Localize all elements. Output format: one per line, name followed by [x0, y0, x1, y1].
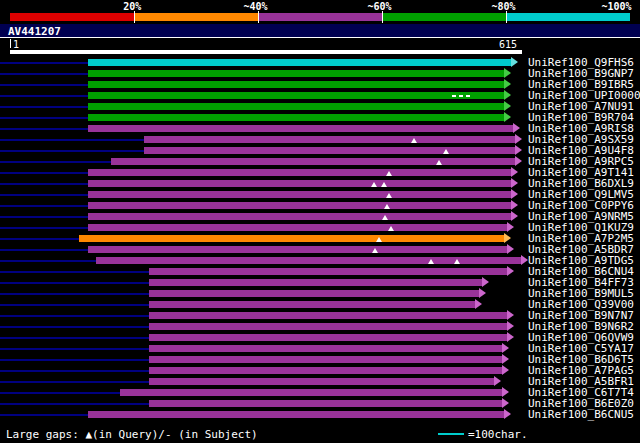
alignment-arrowhead-icon [511, 189, 518, 199]
row-leader-line [0, 183, 88, 185]
row-leader-line [0, 62, 88, 64]
row-leader-line [0, 304, 149, 306]
subject-gap-marker-icon [466, 95, 470, 97]
alignment-bar [88, 81, 505, 88]
query-gap-marker-icon [436, 160, 442, 165]
identity-legend-tick [382, 11, 383, 23]
alignment-arrowhead-icon [504, 112, 511, 122]
alignment-arrowhead-icon [502, 387, 509, 397]
alignment-bar [79, 235, 504, 242]
identity-legend-segment-1 [10, 13, 134, 21]
row-leader-line [0, 282, 149, 284]
query-gap-marker-icon [411, 138, 417, 143]
alignment-arrowhead-icon [502, 354, 509, 364]
row-leader-line [0, 161, 111, 163]
row-leader-line [0, 271, 149, 273]
divider-line [0, 37, 640, 38]
alignment-arrowhead-icon [494, 376, 501, 386]
alignment-bar [120, 389, 502, 396]
identity-legend-label-80: ~80% [492, 1, 516, 12]
query-gap-marker-icon [384, 204, 390, 209]
query-gap-marker-icon [443, 149, 449, 154]
row-leader-line [0, 249, 88, 251]
identity-legend-label-60: ~60% [368, 1, 392, 12]
alignment-bar [88, 246, 507, 253]
alignment-arrowhead-icon [502, 398, 509, 408]
alignment-bar [88, 114, 505, 121]
subject-gap-marker-icon [452, 95, 456, 97]
identity-legend-segment-2 [134, 13, 258, 21]
alignment-bar [88, 411, 505, 418]
identity-legend-segment-4 [382, 13, 506, 21]
alignment-bar [149, 367, 502, 374]
alignment-arrowhead-icon [515, 145, 522, 155]
row-leader-line [0, 95, 88, 97]
row-leader-line [0, 117, 88, 119]
blast-graphic-overview: 20% ~40% ~60% ~80% ~100% AV441207 1 615 … [0, 0, 640, 443]
alignment-arrowhead-icon [511, 211, 518, 221]
scale-line [438, 433, 464, 435]
row-leader-line [0, 370, 149, 372]
alignment-bar [149, 400, 502, 407]
alignment-bar [144, 136, 515, 143]
identity-legend-label-20: 20% [123, 1, 141, 12]
row-leader-line [0, 150, 144, 152]
alignment-bar [88, 59, 512, 66]
query-gap-marker-icon [382, 215, 388, 220]
alignment-bar [88, 213, 512, 220]
alignment-bar [144, 147, 515, 154]
alignment-arrowhead-icon [502, 343, 509, 353]
alignment-bar [88, 180, 512, 187]
identity-legend-tick [258, 11, 259, 23]
alignment-arrowhead-icon [511, 167, 518, 177]
alignment-arrowhead-icon [511, 178, 518, 188]
alignment-arrowhead-icon [482, 277, 489, 287]
alignment-bar [88, 191, 512, 198]
alignment-bar [149, 290, 479, 297]
alignment-bar [149, 334, 507, 341]
identity-legend-labels: 20% ~40% ~60% ~80% ~100% [0, 0, 640, 12]
row-leader-line [0, 392, 120, 394]
identity-legend-segment-5 [506, 13, 630, 21]
query-gap-marker-icon [372, 248, 378, 253]
alignment-bar [149, 301, 475, 308]
alignment-arrowhead-icon [502, 365, 509, 375]
row-leader-line [0, 194, 88, 196]
alignment-bar [88, 92, 505, 99]
alignment-bar [149, 268, 507, 275]
row-leader-line [0, 315, 149, 317]
row-leader-line [0, 238, 79, 240]
alignment-bar [88, 103, 505, 110]
query-gap-marker-icon [388, 226, 394, 231]
alignment-arrowhead-icon [507, 244, 514, 254]
alignment-arrowhead-icon [504, 409, 511, 419]
query-gap-marker-icon [376, 237, 382, 242]
alignment-arrowhead-icon [507, 266, 514, 276]
query-gap-marker-icon [371, 182, 377, 187]
alignment-arrowhead-icon [504, 79, 511, 89]
gaps-legend-text: Large gaps: ▲(in Query)/- (in Subject) [6, 428, 258, 441]
alignment-arrowhead-icon [511, 200, 518, 210]
query-gap-marker-icon [386, 193, 392, 198]
identity-legend-tick [134, 11, 135, 23]
row-leader-line [0, 260, 96, 262]
alignment-arrowhead-icon [504, 101, 511, 111]
alignment-bar [111, 158, 515, 165]
alignment-bar [149, 345, 502, 352]
row-leader-line [0, 227, 88, 229]
row-leader-line [0, 205, 88, 207]
alignment-arrowhead-icon [507, 222, 514, 232]
alignment-arrowhead-icon [504, 68, 511, 78]
alignment-bar [88, 169, 512, 176]
query-name-band: AV441207 [0, 24, 640, 37]
alignment-bar [149, 378, 494, 385]
alignment-bar [149, 323, 507, 330]
ruler-start-tick [10, 39, 11, 48]
row-leader-line [0, 359, 149, 361]
row-leader-line [0, 403, 149, 405]
alignment-arrowhead-icon [511, 57, 518, 67]
row-leader-line [0, 414, 88, 416]
alignment-arrowhead-icon [507, 321, 514, 331]
row-leader-line [0, 139, 144, 141]
row-leader-line [0, 293, 149, 295]
